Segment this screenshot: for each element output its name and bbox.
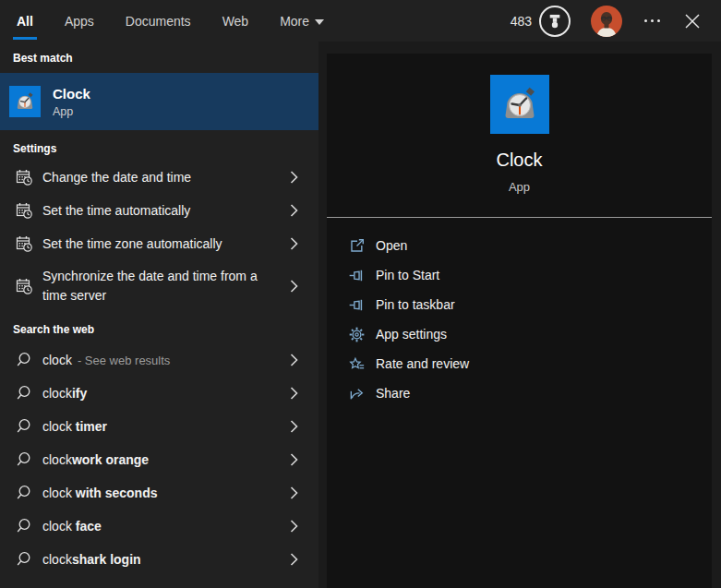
query-text: clock (42, 519, 76, 534)
chevron-right-icon[interactable] (290, 354, 298, 366)
calendar-clock-icon (15, 168, 33, 186)
query-text: clock (42, 386, 72, 401)
clock-app-icon (9, 86, 41, 117)
web-result-clockify[interactable]: clockify (0, 377, 318, 410)
best-match-result-clock[interactable]: Clock App (0, 73, 318, 130)
query-text: clock (42, 419, 76, 434)
preview-app-name: Clock (327, 150, 712, 171)
see-web-results-annotation: - See web results (78, 354, 170, 367)
filter-tabs: All Apps Documents Web More (13, 0, 328, 42)
action-label: Pin to Start (376, 268, 439, 282)
tab-web-label: Web (222, 14, 249, 29)
clock-app-icon-large (490, 75, 549, 134)
tab-web[interactable]: Web (219, 0, 253, 42)
query-text: clock (42, 353, 72, 367)
action-label: App settings (376, 327, 447, 342)
suggestion-text: work orange (72, 452, 149, 467)
tab-more-label: More (280, 14, 309, 29)
web-result-clockwork-orange[interactable]: clockwork orange (0, 443, 318, 476)
user-avatar[interactable] (591, 6, 622, 37)
chevron-right-icon[interactable] (290, 171, 298, 184)
rewards-button[interactable] (539, 6, 571, 37)
settings-result-change-date-time[interactable]: Change the date and time (0, 161, 318, 194)
tab-documents[interactable]: Documents (122, 0, 195, 42)
best-match-app-name: Clock (53, 86, 90, 102)
settings-result-set-time-auto[interactable]: Set the time automatically (0, 194, 318, 227)
chevron-right-icon[interactable] (290, 486, 298, 499)
action-rate-and-review[interactable]: Rate and review (327, 349, 712, 378)
best-match-header: Best match (13, 52, 318, 65)
action-label: Rate and review (376, 356, 469, 371)
chevron-right-icon[interactable] (290, 520, 298, 533)
ellipsis-icon (644, 19, 647, 22)
chevron-right-icon[interactable] (290, 453, 298, 466)
chevron-right-icon[interactable] (290, 280, 298, 293)
web-result-clock[interactable]: clock - See web results (0, 343, 318, 377)
gear-icon (349, 327, 365, 342)
action-pin-to-taskbar[interactable]: Pin to taskbar (327, 290, 712, 319)
open-icon (349, 238, 365, 254)
action-label: Share (376, 386, 410, 401)
web-result-clock-with-seconds[interactable]: clock with seconds (0, 476, 318, 510)
search-icon (15, 550, 33, 569)
web-result-clock-face[interactable]: clock face (0, 510, 318, 543)
more-options-button[interactable] (644, 19, 660, 22)
tab-apps-label: Apps (65, 14, 94, 29)
preview-pane: Clock App Open Pin to Start Pin to taskb… (318, 42, 721, 588)
query-text: clock (42, 552, 72, 567)
chevron-right-icon[interactable] (290, 237, 298, 250)
chevron-down-icon (315, 19, 324, 25)
settings-result-sync-time-server[interactable]: Synchronize the date and time from a tim… (0, 260, 318, 312)
search-results-panel: Best match Clock App Settings Change the… (0, 42, 318, 588)
search-icon (15, 450, 33, 469)
action-app-settings[interactable]: App settings (327, 319, 712, 349)
action-share[interactable]: Share (327, 378, 712, 408)
preview-card: Clock App Open Pin to Start Pin to taskb… (327, 54, 712, 588)
query-text: clock (42, 486, 76, 500)
search-icon (15, 517, 33, 535)
pin-icon (349, 268, 365, 283)
tab-all[interactable]: All (13, 0, 37, 42)
settings-result-set-timezone-auto[interactable]: Set the time zone automatically (0, 227, 318, 260)
tab-all-label: All (17, 14, 33, 29)
action-label: Pin to taskbar (376, 297, 455, 312)
calendar-clock-icon (15, 277, 33, 295)
query-text: clock (42, 452, 72, 467)
chevron-right-icon[interactable] (290, 204, 298, 217)
action-open[interactable]: Open (327, 231, 712, 260)
action-label: Open (376, 238, 407, 253)
tab-more[interactable]: More (276, 0, 328, 42)
avatar-photo-icon (591, 6, 622, 37)
web-result-clockshark-login[interactable]: clockshark login (0, 543, 318, 576)
medal-icon (541, 7, 569, 35)
tab-apps[interactable]: Apps (61, 0, 98, 42)
suggestion-text: face (76, 519, 102, 534)
action-pin-to-start[interactable]: Pin to Start (327, 260, 712, 290)
suggestion-text: with seconds (76, 486, 158, 500)
share-icon (349, 386, 365, 402)
search-icon (15, 484, 33, 502)
search-top-bar: All Apps Documents Web More 483 (0, 0, 721, 42)
web-result-clock-timer[interactable]: clock timer (0, 410, 318, 443)
pin-icon (349, 297, 365, 313)
chevron-right-icon[interactable] (290, 420, 298, 433)
suggestion-text: ify (72, 386, 87, 401)
best-match-app-type: App (53, 105, 90, 118)
rewards-points-count: 483 (511, 14, 532, 29)
suggestion-text: timer (76, 419, 107, 434)
settings-result-label: Change the date and time (42, 168, 191, 187)
app-actions-list: Open Pin to Start Pin to taskbar App set… (327, 231, 712, 408)
top-bar-actions: 483 (511, 6, 701, 37)
tab-documents-label: Documents (126, 14, 191, 29)
search-icon (15, 417, 33, 436)
settings-result-label: Set the time automatically (42, 201, 190, 221)
close-icon (686, 15, 699, 28)
settings-result-label: Set the time zone automatically (42, 234, 222, 254)
chevron-right-icon[interactable] (290, 387, 298, 400)
close-button[interactable] (684, 13, 701, 30)
suggestion-text: shark login (72, 552, 141, 567)
chevron-right-icon[interactable] (290, 553, 298, 566)
search-icon (15, 384, 33, 402)
preview-app-type: App (327, 180, 712, 194)
calendar-clock-icon (15, 234, 33, 253)
